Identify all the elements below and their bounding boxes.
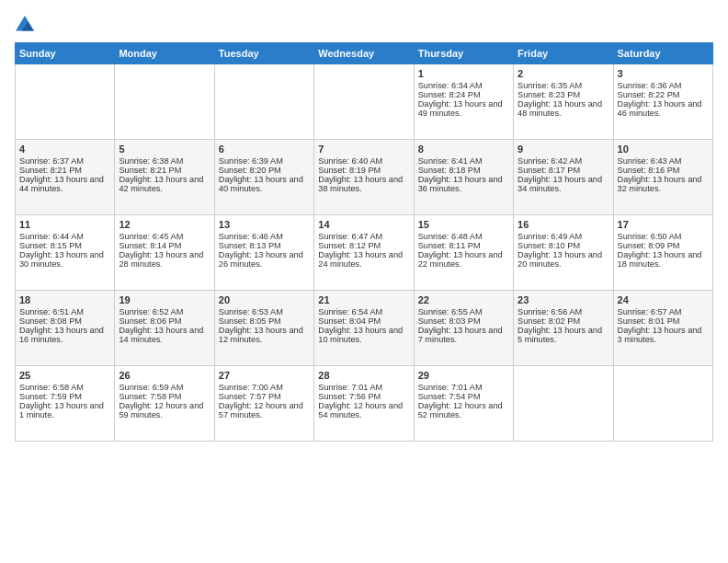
calendar-cell: 11Sunrise: 6:44 AMSunset: 8:15 PMDayligh… bbox=[16, 215, 115, 291]
calendar-table: SundayMondayTuesdayWednesdayThursdayFrid… bbox=[15, 42, 713, 442]
sunrise-text: Sunrise: 6:50 AM bbox=[618, 232, 709, 241]
daylight-text: Daylight: 13 hours and 42 minutes. bbox=[119, 175, 210, 193]
calendar-cell: 17Sunrise: 6:50 AMSunset: 8:09 PMDayligh… bbox=[613, 215, 712, 291]
sunrise-text: Sunrise: 6:39 AM bbox=[219, 156, 310, 166]
calendar-cell: 14Sunrise: 6:47 AMSunset: 8:12 PMDayligh… bbox=[314, 215, 414, 291]
sunrise-text: Sunrise: 6:44 AM bbox=[19, 232, 110, 241]
sunrise-text: Sunrise: 6:46 AM bbox=[219, 232, 310, 241]
daylight-text: Daylight: 13 hours and 1 minute. bbox=[19, 401, 110, 419]
calendar-cell: 25Sunrise: 6:58 AMSunset: 7:59 PMDayligh… bbox=[16, 366, 115, 442]
day-number: 25 bbox=[19, 370, 110, 381]
daylight-text: Daylight: 13 hours and 36 minutes. bbox=[418, 175, 509, 193]
day-number: 17 bbox=[618, 219, 709, 230]
day-number: 5 bbox=[119, 144, 210, 155]
sunset-text: Sunset: 7:56 PM bbox=[318, 392, 409, 401]
day-number: 15 bbox=[418, 219, 509, 230]
sunrise-text: Sunrise: 6:56 AM bbox=[518, 307, 609, 316]
sunset-text: Sunset: 8:22 PM bbox=[618, 90, 709, 99]
day-number: 6 bbox=[219, 144, 310, 155]
day-number: 18 bbox=[19, 294, 110, 305]
week-row-0: 1Sunrise: 6:34 AMSunset: 8:24 PMDaylight… bbox=[16, 64, 713, 140]
calendar-cell: 10Sunrise: 6:43 AMSunset: 8:16 PMDayligh… bbox=[613, 140, 712, 215]
sunrise-text: Sunrise: 6:34 AM bbox=[418, 81, 509, 90]
calendar-cell: 18Sunrise: 6:51 AMSunset: 8:08 PMDayligh… bbox=[16, 291, 115, 366]
calendar-cell: 29Sunrise: 7:01 AMSunset: 7:54 PMDayligh… bbox=[414, 366, 513, 442]
sunset-text: Sunset: 8:18 PM bbox=[418, 166, 509, 175]
day-number: 10 bbox=[618, 144, 709, 155]
calendar-cell: 27Sunrise: 7:00 AMSunset: 7:57 PMDayligh… bbox=[214, 366, 313, 442]
daylight-text: Daylight: 13 hours and 16 minutes. bbox=[19, 326, 110, 344]
daylight-text: Daylight: 13 hours and 34 minutes. bbox=[518, 175, 609, 193]
sunset-text: Sunset: 8:02 PM bbox=[518, 316, 609, 326]
day-number: 28 bbox=[318, 370, 409, 381]
sunset-text: Sunset: 8:23 PM bbox=[518, 90, 609, 99]
day-number: 1 bbox=[418, 68, 509, 79]
calendar-cell: 16Sunrise: 6:49 AMSunset: 8:10 PMDayligh… bbox=[514, 215, 613, 291]
daylight-text: Daylight: 13 hours and 38 minutes. bbox=[318, 175, 409, 193]
daylight-text: Daylight: 13 hours and 10 minutes. bbox=[318, 326, 409, 344]
day-number: 3 bbox=[618, 68, 709, 79]
calendar-cell: 4Sunrise: 6:37 AMSunset: 8:21 PMDaylight… bbox=[16, 140, 115, 215]
daylight-text: Daylight: 12 hours and 54 minutes. bbox=[318, 401, 409, 419]
sunset-text: Sunset: 8:11 PM bbox=[418, 241, 509, 250]
sunset-text: Sunset: 8:08 PM bbox=[19, 316, 110, 326]
sunrise-text: Sunrise: 6:35 AM bbox=[518, 81, 609, 90]
calendar-cell: 2Sunrise: 6:35 AMSunset: 8:23 PMDaylight… bbox=[514, 64, 613, 140]
sunrise-text: Sunrise: 6:54 AM bbox=[318, 307, 409, 316]
sunrise-text: Sunrise: 7:00 AM bbox=[219, 383, 310, 392]
calendar-cell: 19Sunrise: 6:52 AMSunset: 8:06 PMDayligh… bbox=[115, 291, 214, 366]
sunrise-text: Sunrise: 6:48 AM bbox=[418, 232, 509, 241]
day-number: 2 bbox=[518, 68, 609, 79]
sunset-text: Sunset: 8:21 PM bbox=[19, 166, 110, 175]
sunset-text: Sunset: 8:03 PM bbox=[418, 316, 509, 326]
calendar-cell: 8Sunrise: 6:41 AMSunset: 8:18 PMDaylight… bbox=[414, 140, 513, 215]
sunrise-text: Sunrise: 7:01 AM bbox=[318, 383, 409, 392]
day-number: 21 bbox=[318, 294, 409, 305]
logo-icon bbox=[15, 15, 35, 35]
day-number: 11 bbox=[19, 219, 110, 230]
day-number: 27 bbox=[219, 370, 310, 381]
day-number: 29 bbox=[418, 370, 509, 381]
calendar-cell: 15Sunrise: 6:48 AMSunset: 8:11 PMDayligh… bbox=[414, 215, 513, 291]
sunset-text: Sunset: 8:06 PM bbox=[119, 316, 210, 326]
sunset-text: Sunset: 8:21 PM bbox=[119, 166, 210, 175]
weekday-header-thursday: Thursday bbox=[414, 43, 513, 64]
day-number: 16 bbox=[518, 219, 609, 230]
sunset-text: Sunset: 7:59 PM bbox=[19, 392, 110, 401]
calendar-cell bbox=[214, 64, 313, 140]
daylight-text: Daylight: 13 hours and 20 minutes. bbox=[518, 250, 609, 269]
daylight-text: Daylight: 13 hours and 49 minutes. bbox=[418, 99, 509, 118]
weekday-header-row: SundayMondayTuesdayWednesdayThursdayFrid… bbox=[16, 43, 713, 64]
sunset-text: Sunset: 8:13 PM bbox=[219, 241, 310, 250]
sunrise-text: Sunrise: 6:41 AM bbox=[418, 156, 509, 166]
day-number: 14 bbox=[318, 219, 409, 230]
calendar-cell: 13Sunrise: 6:46 AMSunset: 8:13 PMDayligh… bbox=[214, 215, 313, 291]
sunset-text: Sunset: 8:01 PM bbox=[618, 316, 709, 326]
day-number: 20 bbox=[219, 294, 310, 305]
sunset-text: Sunset: 8:12 PM bbox=[318, 241, 409, 250]
day-number: 7 bbox=[318, 144, 409, 155]
weekday-header-sunday: Sunday bbox=[16, 43, 115, 64]
daylight-text: Daylight: 13 hours and 18 minutes. bbox=[618, 250, 709, 269]
daylight-text: Daylight: 13 hours and 22 minutes. bbox=[418, 250, 509, 269]
daylight-text: Daylight: 13 hours and 32 minutes. bbox=[618, 175, 709, 193]
weekday-header-friday: Friday bbox=[514, 43, 613, 64]
sunrise-text: Sunrise: 6:42 AM bbox=[518, 156, 609, 166]
sunset-text: Sunset: 8:14 PM bbox=[119, 241, 210, 250]
week-row-4: 25Sunrise: 6:58 AMSunset: 7:59 PMDayligh… bbox=[16, 366, 713, 442]
header bbox=[15, 11, 713, 35]
daylight-text: Daylight: 12 hours and 52 minutes. bbox=[418, 401, 509, 419]
day-number: 12 bbox=[119, 219, 210, 230]
sunrise-text: Sunrise: 6:37 AM bbox=[19, 156, 110, 166]
day-number: 13 bbox=[219, 219, 310, 230]
calendar-cell: 9Sunrise: 6:42 AMSunset: 8:17 PMDaylight… bbox=[514, 140, 613, 215]
page: SundayMondayTuesdayWednesdayThursdayFrid… bbox=[0, 0, 728, 563]
week-row-2: 11Sunrise: 6:44 AMSunset: 8:15 PMDayligh… bbox=[16, 215, 713, 291]
daylight-text: Daylight: 13 hours and 3 minutes. bbox=[618, 326, 709, 344]
sunset-text: Sunset: 8:17 PM bbox=[518, 166, 609, 175]
sunrise-text: Sunrise: 6:57 AM bbox=[618, 307, 709, 316]
sunrise-text: Sunrise: 6:38 AM bbox=[119, 156, 210, 166]
daylight-text: Daylight: 13 hours and 5 minutes. bbox=[518, 326, 609, 344]
sunrise-text: Sunrise: 6:58 AM bbox=[19, 383, 110, 392]
day-number: 26 bbox=[119, 370, 210, 381]
